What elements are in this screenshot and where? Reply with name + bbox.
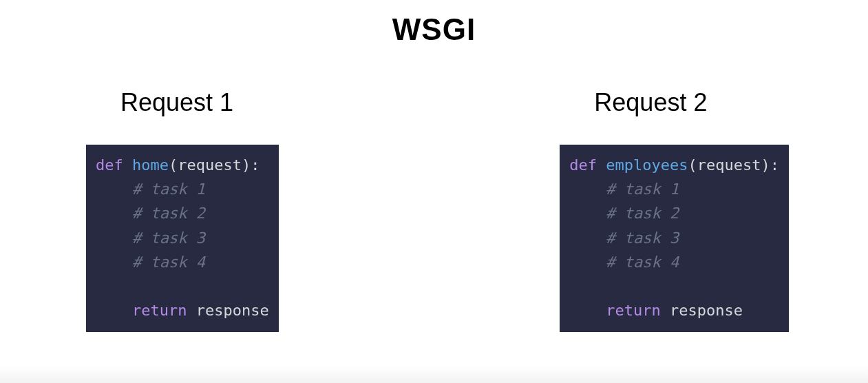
code-paren-close: ): — [761, 156, 780, 174]
code-comment: # task 4 — [606, 253, 679, 271]
code-paren-open: ( — [688, 156, 697, 174]
request-label-1: Request 1 — [120, 88, 233, 117]
code-comment: # task 4 — [132, 253, 205, 271]
code-func-name: employees — [606, 156, 688, 174]
code-block-1: def home(request): # task 1 # task 2 # t… — [86, 145, 279, 332]
page-title: WSGI — [0, 0, 868, 47]
code-comment: # task 3 — [132, 229, 205, 247]
code-comment: # task 1 — [132, 180, 205, 198]
code-param: request — [697, 156, 761, 174]
request-label-2: Request 2 — [594, 88, 707, 117]
code-comment: # task 1 — [606, 180, 679, 198]
request-column-1: Request 1 def home(request): # task 1 # … — [86, 88, 279, 332]
code-return-ident: response — [196, 302, 269, 319]
code-comment: # task 2 — [606, 205, 679, 222]
code-keyword-def: def — [96, 156, 123, 174]
code-block-2: def employees(request): # task 1 # task … — [560, 145, 789, 332]
code-func-name: home — [132, 156, 169, 174]
code-comment: # task 3 — [606, 229, 679, 247]
code-param: request — [178, 156, 242, 174]
code-paren-close: ): — [242, 156, 260, 174]
columns-container: Request 1 def home(request): # task 1 # … — [0, 88, 868, 332]
code-keyword-return: return — [606, 302, 660, 319]
code-keyword-def: def — [569, 156, 597, 174]
bottom-gradient — [0, 366, 868, 383]
code-comment: # task 2 — [132, 205, 205, 222]
request-column-2: Request 2 def employees(request): # task… — [560, 88, 789, 332]
code-return-ident: response — [670, 302, 743, 319]
code-keyword-return: return — [132, 302, 187, 319]
code-paren-open: ( — [169, 156, 178, 174]
